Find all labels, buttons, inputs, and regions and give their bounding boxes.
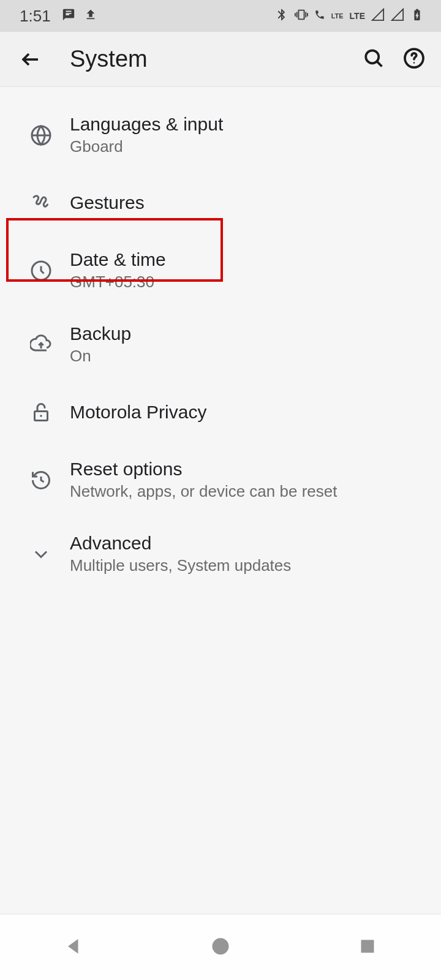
svg-point-6 [40, 415, 42, 417]
item-advanced[interactable]: Advanced Multiple users, System updates [0, 517, 441, 591]
unlock-icon [30, 401, 52, 423]
message-notification-icon [62, 8, 75, 24]
vibrate-icon [295, 8, 308, 24]
item-title: Backup [70, 323, 131, 344]
item-title: Gestures [70, 192, 145, 213]
upload-icon [84, 8, 97, 24]
item-sub: On [70, 347, 131, 366]
volte-icon [314, 9, 325, 23]
item-backup[interactable]: Backup On [0, 307, 441, 382]
item-title: Reset options [70, 459, 337, 480]
item-sub: Gboard [70, 137, 223, 156]
page-title: System [70, 46, 148, 72]
item-sub: Multiple users, System updates [70, 556, 291, 575]
globe-icon [30, 124, 52, 146]
svg-point-0 [366, 50, 379, 63]
bluetooth-icon [275, 8, 288, 24]
item-title: Date & time [70, 249, 166, 270]
item-sub: Network, apps, or device can be reset [70, 482, 337, 501]
arrow-left-icon [20, 48, 42, 70]
svg-rect-8 [361, 940, 374, 952]
signal-icon-2 [391, 8, 404, 24]
item-languages-input[interactable]: Languages & input Gboard [0, 98, 441, 172]
cloud-upload-icon [30, 334, 52, 356]
search-button[interactable] [363, 47, 385, 72]
search-icon [363, 47, 385, 69]
reset-icon [30, 469, 52, 491]
signal-icon [371, 8, 385, 24]
navigation-bar [0, 914, 441, 980]
status-time: 1:51 [20, 7, 51, 26]
clock-icon [30, 260, 52, 282]
item-title: Motorola Privacy [70, 402, 206, 423]
svg-point-2 [413, 62, 415, 63]
back-button[interactable] [16, 45, 45, 74]
battery-charging-icon [410, 8, 424, 24]
lte-label: LTE [331, 12, 344, 20]
svg-point-7 [213, 938, 229, 954]
help-icon [403, 47, 425, 69]
triangle-back-icon [62, 935, 85, 957]
nav-back-button[interactable] [62, 935, 85, 960]
gesture-icon [30, 192, 52, 214]
app-bar: System [0, 32, 441, 87]
item-date-time[interactable]: Date & time GMT+05:30 [0, 233, 441, 307]
item-gestures[interactable]: Gestures [0, 172, 441, 233]
lte-label-2: LTE [350, 11, 365, 21]
item-motorola-privacy[interactable]: Motorola Privacy [0, 382, 441, 443]
circle-home-icon [209, 935, 232, 957]
item-title: Advanced [70, 533, 291, 554]
chevron-down-icon [30, 543, 52, 565]
settings-list: Languages & input Gboard Gestures Date &… [0, 87, 441, 591]
status-bar: 1:51 LTE LTE [0, 0, 441, 32]
item-title: Languages & input [70, 114, 223, 135]
item-sub: GMT+05:30 [70, 273, 166, 292]
square-recent-icon [356, 935, 379, 957]
nav-home-button[interactable] [209, 935, 232, 960]
help-button[interactable] [403, 47, 425, 72]
nav-recent-button[interactable] [356, 935, 379, 960]
item-reset-options[interactable]: Reset options Network, apps, or device c… [0, 443, 441, 517]
